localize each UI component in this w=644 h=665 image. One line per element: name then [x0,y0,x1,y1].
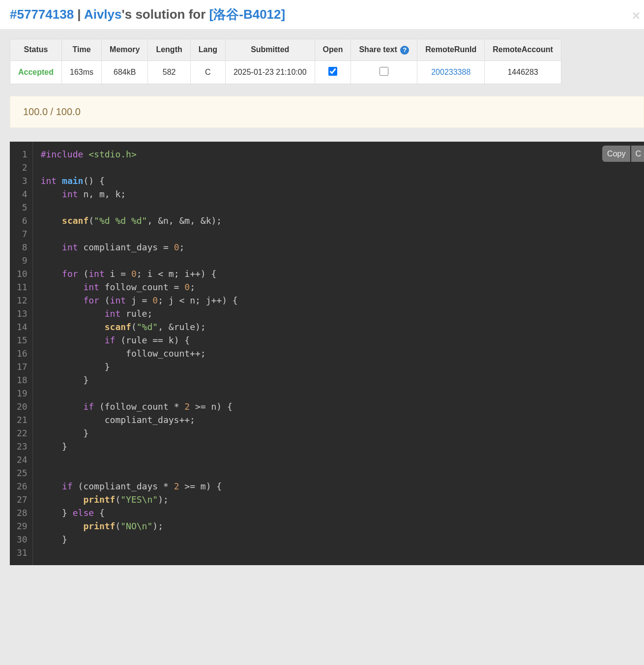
code-line [41,201,238,214]
page-title: #57774138 | Aivlys's solution for [洛谷-B4… [10,6,634,23]
line-number: 4 [17,187,28,201]
code-line: int follow_count = 0; [41,280,238,294]
content: Status Time Memory Length Lang Submitted… [0,29,644,565]
th-open: Open [315,39,351,61]
th-memory: Memory [102,39,148,61]
line-number: 8 [17,241,28,254]
code-body: 1234567891011121314151617181920212223242… [10,142,644,565]
problem-link[interactable]: [洛谷-B4012] [209,7,286,22]
cell-time: 163ms [62,60,102,84]
line-number: 16 [17,347,28,360]
code-content[interactable]: #include <stdio.h> int main() { int n, m… [33,142,238,565]
close-icon[interactable]: × [632,9,640,23]
user-link[interactable]: Aivlys [84,7,122,22]
line-number: 21 [17,413,28,426]
code-line: } [41,440,238,453]
code-line [41,161,238,174]
code-line: if (compliant_days * 2 >= m) { [41,480,238,493]
cell-remoterun: 200233388 [417,60,485,84]
code-line: } [41,360,238,373]
code-line [41,227,238,241]
th-status: Status [10,39,62,61]
code-line: scanf("%d %d %d", &n, &m, &k); [41,214,238,227]
cell-submitted: 2025-01-23 21:10:00 [225,60,315,84]
code-line [41,254,238,267]
line-number: 13 [17,307,28,320]
line-number: 11 [17,280,28,294]
help-icon[interactable]: ? [400,46,409,55]
th-time: Time [62,39,102,61]
remote-run-link[interactable]: 200233388 [431,68,470,76]
code-line: } [41,426,238,440]
cell-memory: 684kB [102,60,148,84]
line-number: 24 [17,453,28,466]
code-line: } [41,533,238,546]
th-share: Share text ? [351,39,417,61]
line-number: 6 [17,214,28,227]
th-lang: Lang [190,39,225,61]
code-line: for (int i = 0; i < m; i++) { [41,267,238,280]
th-length: Length [148,39,190,61]
code-line: int main() { [41,174,238,187]
line-number: 9 [17,254,28,267]
title-mid: 's solution for [122,7,209,22]
code-line: } [41,373,238,387]
line-number: 14 [17,320,28,333]
table-row: Accepted 163ms 684kB 582 C 2025-01-23 21… [10,60,561,84]
line-number: 18 [17,373,28,387]
code-line: scanf("%d", &rule); [41,320,238,333]
line-number: 5 [17,201,28,214]
line-number: 17 [17,360,28,373]
code-line [41,453,238,466]
score-banner: 100.0 / 100.0 [10,96,644,128]
copy-button[interactable]: Copy [602,146,630,162]
code-line: follow_count++; [41,347,238,360]
code-line: printf("NO\n"); [41,519,238,533]
code-line: for (int j = 0; j < n; j++) { [41,294,238,307]
th-share-label: Share text [359,45,397,54]
line-number: 25 [17,466,28,480]
line-number: 27 [17,493,28,506]
th-submitted: Submitted [225,39,315,61]
line-number: 15 [17,333,28,347]
cell-open [315,60,351,84]
code-line: int n, m, k; [41,187,238,201]
line-number: 29 [17,519,28,533]
line-number: 3 [17,174,28,187]
line-number: 31 [17,546,28,559]
line-number: 26 [17,480,28,493]
cell-lang: C [190,60,225,84]
table-header-row: Status Time Memory Length Lang Submitted… [10,39,561,61]
th-remoterun: RemoteRunId [417,39,485,61]
code-line [41,546,238,559]
code-line: compliant_days++; [41,413,238,426]
code-line: #include <stdio.h> [41,148,238,161]
code-line: } else { [41,506,238,519]
submission-id-link[interactable]: #57774138 [10,7,74,22]
title-sep: | [74,7,84,22]
page-header: #57774138 | Aivlys's solution for [洛谷-B4… [0,0,644,29]
line-number: 1 [17,148,28,161]
line-number: 28 [17,506,28,519]
cell-remoteacc: 1446283 [485,60,561,84]
line-number: 23 [17,440,28,453]
share-checkbox[interactable] [380,67,388,76]
code-line [41,387,238,400]
line-number: 22 [17,426,28,440]
line-number: 12 [17,294,28,307]
cell-share [351,60,417,84]
th-remoteacc: RemoteAccount [485,39,561,61]
line-number: 19 [17,387,28,400]
code-line: printf("YES\n"); [41,493,238,506]
code-toolbar: Copy C [602,146,644,162]
code-line: int rule; [41,307,238,320]
line-number: 10 [17,267,28,280]
open-checkbox[interactable] [328,67,337,76]
code-line: if (follow_count * 2 >= n) { [41,400,238,413]
lang-badge: C [631,146,644,162]
code-line: if (rule == k) { [41,333,238,347]
cell-status: Accepted [10,60,62,84]
submission-info-table: Status Time Memory Length Lang Submitted… [10,39,561,84]
code-line: int compliant_days = 0; [41,241,238,254]
line-number: 30 [17,533,28,546]
